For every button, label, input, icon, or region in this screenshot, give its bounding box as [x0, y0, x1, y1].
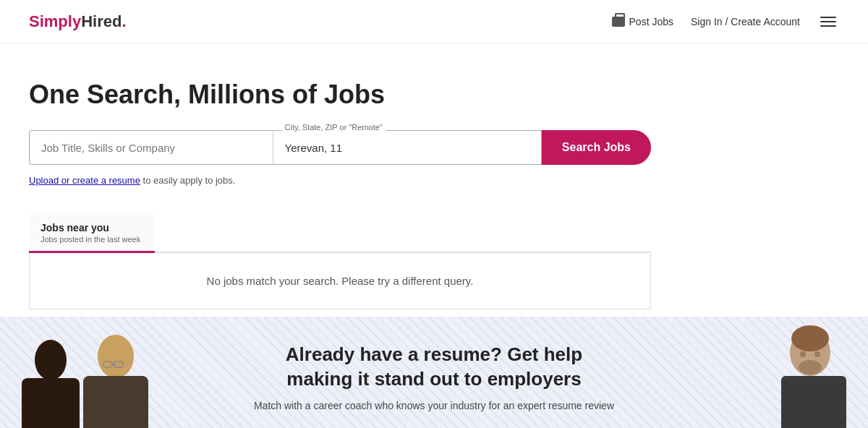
tabs-bar: Jobs near you Jobs posted in the last we… [29, 215, 651, 253]
tab-jobs-near-you[interactable]: Jobs near you Jobs posted in the last we… [29, 215, 155, 253]
resume-link-area: Upload or create a resume to easily appl… [29, 175, 839, 186]
person-left-image [0, 317, 203, 428]
search-jobs-button[interactable]: Search Jobs [542, 130, 651, 165]
site-logo[interactable]: SimplyHired. [29, 12, 127, 31]
post-jobs-button[interactable]: Post Jobs [612, 16, 673, 27]
banner-title: Already have a resume? Get help making i… [253, 343, 615, 392]
tab-title: Jobs near you [41, 222, 140, 234]
location-label: City, State, ZIP or "Remote" [282, 123, 386, 132]
search-bar: City, State, ZIP or "Remote" Search Jobs [29, 130, 651, 165]
logo-dot: . [122, 12, 126, 30]
job-search-input[interactable] [29, 130, 273, 165]
hamburger-line-3 [820, 25, 836, 27]
svg-point-8 [791, 325, 829, 351]
svg-point-10 [800, 351, 806, 357]
bottom-banner: Already have a resume? Get help making i… [0, 317, 868, 428]
post-jobs-label: Post Jobs [629, 16, 673, 27]
svg-rect-1 [22, 378, 80, 428]
banner-content: Already have a resume? Get help making i… [253, 343, 615, 414]
hero-title: One Search, Millions of Jobs [29, 80, 839, 110]
location-input[interactable] [273, 130, 542, 165]
create-account-link[interactable]: Create Account [731, 16, 800, 27]
resume-link[interactable]: Upload or create a resume [29, 175, 140, 186]
tab-subtitle: Jobs posted in the last week [41, 235, 140, 244]
auth-links: Sign In / Create Account [691, 16, 800, 27]
hamburger-line-2 [820, 21, 836, 22]
logo-hired-text: Hired [81, 12, 122, 30]
sign-in-link[interactable]: Sign In [691, 16, 723, 27]
briefcase-icon [612, 17, 625, 27]
hamburger-line-1 [820, 17, 836, 18]
svg-point-12 [799, 360, 822, 374]
header: SimplyHired. Post Jobs Sign In / Create … [0, 0, 868, 43]
svg-point-0 [35, 340, 67, 380]
person-right-image [723, 317, 868, 428]
svg-rect-3 [83, 376, 148, 428]
job-input-wrap [29, 130, 273, 165]
svg-point-11 [814, 351, 820, 357]
logo-simply-text: Simply [29, 12, 81, 30]
banner-subtitle: Match with a career coach who knows your… [253, 398, 615, 414]
svg-rect-9 [781, 376, 846, 428]
svg-point-2 [98, 335, 134, 378]
header-nav: Post Jobs Sign In / Create Account [612, 14, 839, 30]
no-results-message: No jobs match your search. Please try a … [44, 275, 636, 287]
location-input-wrap: City, State, ZIP or "Remote" [273, 130, 542, 165]
results-area: No jobs match your search. Please try a … [29, 253, 651, 309]
resume-link-text: to easily apply to jobs. [140, 175, 236, 186]
menu-button[interactable] [817, 14, 839, 30]
hero-section: One Search, Millions of Jobs City, State… [0, 43, 868, 207]
auth-separator: / [723, 16, 731, 27]
tabs-section: Jobs near you Jobs posted in the last we… [0, 207, 868, 253]
